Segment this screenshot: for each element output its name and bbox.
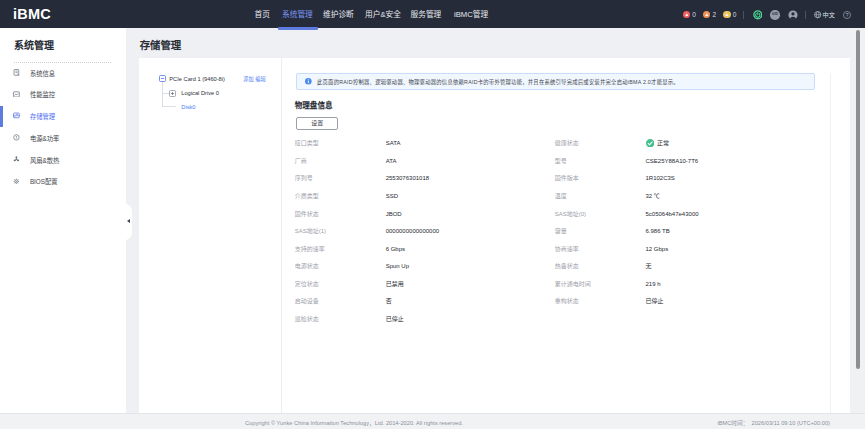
svg-text:?: ? xyxy=(845,13,848,18)
